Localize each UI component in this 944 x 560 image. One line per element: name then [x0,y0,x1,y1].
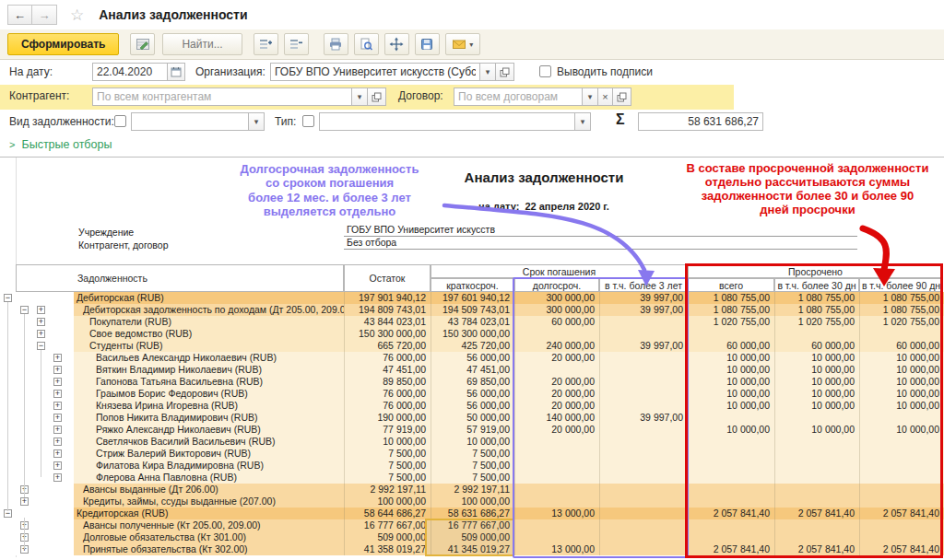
type-checkbox[interactable] [302,115,314,127]
row-name-cell[interactable]: Попов Никита Владимирович (RUB) [74,412,344,424]
type-dropdown-button[interactable]: ▾ [575,112,591,131]
row-name-cell[interactable]: Вяткин Владимир Николаевич (RUB) [74,364,344,376]
row-name-cell[interactable]: Кредиторская (RUB) [74,508,344,519]
amount-cell[interactable]: 10 000,00 [431,436,514,448]
row-name-cell[interactable]: Авансы выданные (Дт 206.00) [74,484,344,496]
collapse-group-expander[interactable]: − [20,306,29,314]
debt-kind-checkbox[interactable] [114,115,126,127]
amount-cell[interactable]: 16 777 667,00 [344,519,431,531]
expand-group-expander[interactable]: + [53,438,62,446]
collapse-group-expander[interactable]: − [4,294,12,302]
amount-cell[interactable]: 665 720,00 [344,340,431,352]
amount-cell[interactable]: 190 000,00 [344,412,431,424]
amount-cell[interactable]: 56 000,00 [431,400,514,412]
favorite-star-icon[interactable]: ☆ [70,6,84,25]
debt-kind-input[interactable] [131,112,249,131]
organization-input[interactable] [270,63,480,81]
row-name-cell[interactable]: Кредиты, займы, ссуды выданные (207.00) [74,496,344,508]
contract-input[interactable] [454,88,583,106]
amount-cell[interactable]: 7 500,00 [431,460,514,472]
expand-group-expander[interactable]: + [53,390,62,398]
row-name-cell[interactable]: Ряжко Александр Николаевич (RUB) [74,424,344,436]
row-name-cell[interactable]: Филатова Кира Владимировна (RUB) [74,460,344,472]
amount-cell[interactable]: 150 300 000,00 [344,328,431,340]
expand-group-expander[interactable]: + [53,414,62,422]
amount-cell[interactable]: 197 601 940,12 [431,292,514,304]
type-input[interactable] [319,112,575,131]
expand-group-expander[interactable]: + [53,402,62,410]
expand-group-expander[interactable]: + [53,426,62,434]
column-header-short-term[interactable]: краткосроч. [431,278,514,292]
amount-cell[interactable]: 7 500,00 [344,448,431,460]
institution-value[interactable]: ГОБУ ВПО Университет искусств [344,224,857,237]
amount-cell[interactable]: 47 451,00 [431,364,514,376]
row-name-cell[interactable]: Покупатели (RUB) [74,316,344,328]
contragent-contract-value[interactable]: Без отбора [344,237,857,250]
amount-cell[interactable]: 57 919,00 [431,424,514,436]
contract-open-button[interactable] [613,88,631,106]
collapse-group-expander[interactable]: − [37,342,45,350]
row-name-cell[interactable]: Князева Ирина Игоревна (RUB) [74,400,344,412]
amount-cell[interactable]: 89 850,00 [344,376,431,388]
column-header-debt[interactable]: Задолженность [16,264,344,292]
autofit-button[interactable] [384,33,409,55]
amount-cell[interactable]: 43 784 023,01 [431,316,514,328]
amount-cell[interactable]: 7 500,00 [344,472,431,484]
amount-cell[interactable]: 69 850,00 [431,376,514,388]
amount-cell[interactable]: 76 000,00 [344,400,431,412]
organization-open-button[interactable] [496,63,514,81]
row-name-cell[interactable]: Студенты (RUB) [74,340,344,352]
expand-group-expander[interactable]: + [37,330,45,338]
report-settings-button[interactable] [130,33,155,55]
contragent-open-button[interactable] [368,88,386,106]
print-preview-button[interactable] [354,33,379,55]
row-name-cell[interactable]: Принятые обязательства (Кт 302.00) [74,543,344,555]
print-button[interactable] [324,33,348,55]
amount-cell[interactable]: 100 000,00 [344,496,431,508]
contract-dropdown-button[interactable]: ▾ [583,88,598,106]
expand-group-expander[interactable]: + [53,366,62,374]
organization-dropdown-button[interactable]: ▾ [480,63,496,81]
amount-cell[interactable]: 77 919,00 [344,424,431,436]
row-name-cell[interactable]: Долговые обязательства (Кт 301.00) [74,531,344,543]
row-name-cell[interactable]: Светлячков Василий Васильевич (RUB) [74,436,344,448]
row-name-cell[interactable]: Дебиторская задолженность по доходам (Дт… [74,304,344,316]
amount-cell[interactable]: 47 451,00 [344,364,431,376]
row-name-cell[interactable]: Васильев Александр Николаевич (RUB) [74,352,344,364]
amount-cell[interactable]: 76 000,00 [344,352,431,364]
collapse-groupings-button[interactable] [284,33,309,55]
amount-cell[interactable]: 2 992 197,11 [431,484,514,496]
amount-cell[interactable]: 41 358 019,27 [344,543,431,555]
amount-cell[interactable]: 7 500,00 [344,460,431,472]
quick-filters-link[interactable]: > Быстрые отборы [9,138,112,151]
amount-cell[interactable]: 150 300 000,00 [431,328,514,340]
expand-group-expander[interactable]: + [53,473,62,482]
amount-cell[interactable]: 58 644 686,27 [344,508,431,519]
amount-cell[interactable]: 197 901 940,12 [344,292,431,304]
row-name-cell[interactable]: Стриж Валерий Викторович (RUB) [74,448,344,460]
column-header-balance[interactable]: Остаток [344,264,431,292]
amount-cell[interactable]: 7 500,00 [431,472,514,484]
expand-group-expander[interactable]: + [53,449,62,458]
expand-group-expander[interactable]: + [37,318,45,326]
expand-group-expander[interactable]: + [53,461,62,470]
amount-cell[interactable]: 43 844 023,01 [344,316,431,328]
expand-group-expander[interactable]: + [20,497,29,506]
selected-cells-sum-field[interactable] [638,112,763,131]
amount-cell[interactable]: 10 000,00 [344,436,431,448]
row-name-cell[interactable]: Свое ведомство (RUB) [74,328,344,340]
back-button[interactable]: ← [7,5,32,25]
expand-group-expander[interactable]: + [37,306,45,314]
save-button[interactable] [415,33,440,55]
amount-cell[interactable]: 194 509 743,01 [431,304,514,316]
amount-cell[interactable]: 509 000,00 [344,531,431,543]
amount-cell[interactable]: 7 500,00 [431,448,514,460]
debt-kind-dropdown-button[interactable]: ▾ [249,112,265,131]
contragent-input[interactable] [92,88,352,106]
forward-button[interactable]: → [32,5,57,25]
expand-group-expander[interactable]: + [53,378,62,386]
amount-cell[interactable]: 425 720,00 [431,340,514,352]
row-name-cell[interactable]: Дебиторская (RUB) [74,292,344,304]
amount-cell[interactable]: 76 000,00 [344,388,431,400]
amount-cell[interactable]: 100 000,00 [431,496,514,508]
